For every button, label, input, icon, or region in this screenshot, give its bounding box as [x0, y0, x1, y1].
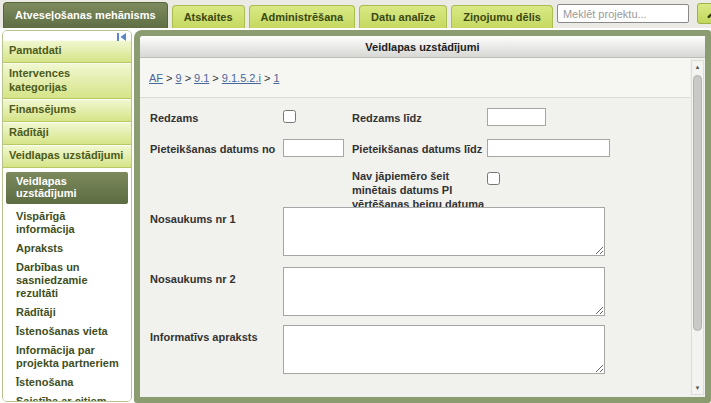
informativs-apraksts-textarea[interactable]	[283, 325, 605, 374]
submenu-item-vispariga-informacija[interactable]: Vispārīgā informācija	[3, 207, 131, 239]
breadcrumb-link-9-1[interactable]: 9.1	[194, 72, 209, 84]
sidebar-header	[3, 31, 131, 40]
nosaukums-nr-1-textarea[interactable]	[283, 207, 605, 256]
scroll-down-icon[interactable]: ▼	[692, 382, 703, 394]
breadcrumb-separator: >	[185, 72, 191, 84]
redzams-lidz-label: Redzams līdz	[352, 112, 422, 126]
breadcrumb-link-9[interactable]: 9	[176, 72, 182, 84]
breadcrumb-separator: >	[166, 72, 172, 84]
breadcrumb-link-1[interactable]: 1	[273, 72, 279, 84]
sidebar-submenu: Veidlapas uzstādījumi Vispārīgā informāc…	[3, 168, 131, 403]
submenu-item-apraksts[interactable]: Apraksts	[3, 239, 131, 258]
submenu-item-istenosana[interactable]: Īstenošana	[3, 373, 131, 392]
breadcrumb-link-9-1-5-2-i[interactable]: 9.1.5.2.i	[222, 72, 261, 84]
redzams-lidz-input[interactable]	[487, 108, 546, 126]
search-input[interactable]	[557, 4, 689, 23]
submenu-item-saistiba-citiem-projektiem[interactable]: Saistība ar citiem projektiem	[3, 392, 131, 402]
main-content: AF>9>9.1>9.1.5.2.i>1 Redzams Redzams līd…	[140, 58, 705, 397]
sidebar: Pamatdati Intervences kategorijas Finans…	[2, 30, 132, 402]
main-panel: Veidlapas uzstādījumi AF>9>9.1>9.1.5.2.i…	[134, 30, 711, 403]
informativs-apraksts-label: Informatīvs apraksts	[150, 331, 258, 345]
wrench-icon	[707, 8, 711, 19]
main-panel-inner: Veidlapas uzstādījumi AF>9>9.1>9.1.5.2.i…	[140, 36, 705, 397]
breadcrumb-separator: >	[212, 72, 218, 84]
help-button[interactable]: Palīdzība (admin)	[697, 3, 711, 24]
nosaukums-nr-2-textarea[interactable]	[283, 267, 605, 316]
submenu-item-istenosanas-vieta[interactable]: Īstenošanas vieta	[3, 322, 131, 341]
tab-datu-analize[interactable]: Datu analīze	[359, 5, 447, 28]
tab-zinojumu-delis[interactable]: Ziņojumu dēlis	[451, 5, 553, 28]
scrollbar-thumb[interactable]	[693, 75, 702, 331]
sidebar-item-pamatdati[interactable]: Pamatdati	[3, 40, 131, 63]
breadcrumb-link-af[interactable]: AF	[149, 72, 163, 84]
breadcrumb-separator: >	[264, 72, 270, 84]
redzams-checkbox[interactable]	[283, 110, 296, 123]
collapse-sidebar-icon[interactable]	[117, 31, 126, 41]
sidebar-item-intervences-kategorijas[interactable]: Intervences kategorijas	[3, 63, 131, 100]
submenu-item-darbibas-un-rezultati[interactable]: Darbības un sasniedzamie rezultāti	[3, 258, 131, 303]
breadcrumb: AF>9>9.1>9.1.5.2.i>1	[140, 58, 690, 98]
top-nav-right: Palīdzība (admin)	[557, 3, 711, 28]
submenu-item-projekta-partneri[interactable]: Informācija par projekta partneriem	[3, 341, 131, 373]
nav-japiemero-checkbox[interactable]	[487, 172, 500, 185]
sidebar-item-raditaji[interactable]: Rādītāji	[3, 122, 131, 145]
app-root: Atveseļošanas mehānisms Atskaites Admini…	[0, 0, 711, 403]
tab-administresana[interactable]: Administrēšana	[249, 5, 356, 28]
tab-atskaites[interactable]: Atskaites	[172, 5, 245, 28]
nosaukums-nr-2-label: Nosaukums nr 2	[150, 273, 236, 287]
pieteiksanas-datums-lidz-label: Pieteikšanas datums līdz	[352, 143, 482, 157]
pieteiksanas-datums-no-input[interactable]	[283, 139, 344, 157]
nosaukums-nr-1-label: Nosaukums nr 1	[150, 213, 236, 227]
submenu-item-raditaji[interactable]: Rādītāji	[3, 303, 131, 322]
pieteiksanas-datums-lidz-input[interactable]	[487, 139, 610, 157]
sidebar-item-veidlapas-uzstadijumi[interactable]: Veidlapas uzstādījumi	[3, 145, 131, 168]
pieteiksanas-datums-no-label: Pieteikšanas datums no	[150, 143, 275, 157]
top-nav: Atveseļošanas mehānisms Atskaites Admini…	[0, 0, 711, 28]
scrollbar[interactable]: ▲ ▼	[691, 60, 704, 395]
submenu-item-veidlapas-uzstadijumi[interactable]: Veidlapas uzstādījumi	[6, 172, 128, 205]
sidebar-item-finansejums[interactable]: Finansējums	[3, 99, 131, 122]
redzams-label: Redzams	[150, 112, 198, 126]
page-title: Veidlapas uzstādījumi	[140, 36, 705, 58]
tab-atveselosanas-mehanisms[interactable]: Atveseļošanas mehānisms	[3, 2, 168, 28]
scroll-up-icon[interactable]: ▲	[692, 61, 703, 73]
